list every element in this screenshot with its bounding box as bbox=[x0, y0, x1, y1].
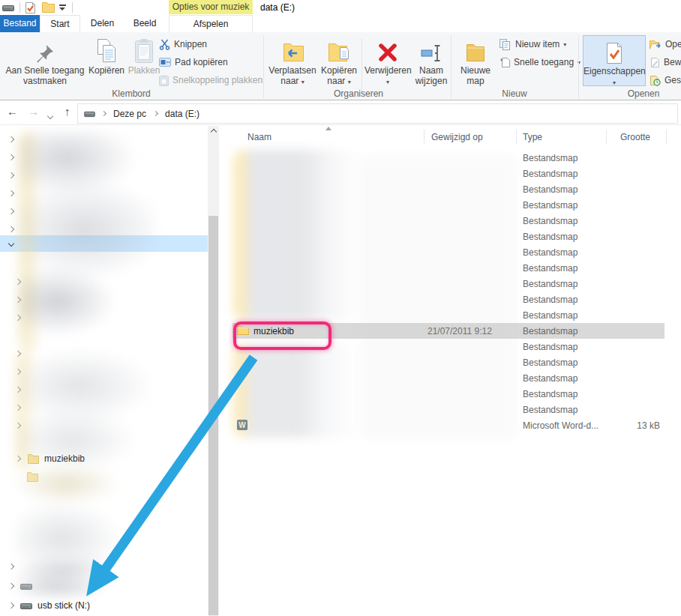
sidebar-item[interactable] bbox=[0, 418, 208, 433]
copy-to-button[interactable]: Kopiëren naar ▾ bbox=[318, 35, 360, 86]
chevron-right-icon[interactable] bbox=[8, 172, 14, 178]
sidebar-item[interactable] bbox=[0, 346, 208, 361]
move-to-icon bbox=[268, 35, 317, 64]
delete-button[interactable]: Verwijderen▾ bbox=[364, 35, 411, 86]
chevron-right-icon[interactable] bbox=[8, 154, 14, 160]
sidebar-item-muziekbib[interactable]: muziekbib bbox=[0, 451, 208, 466]
properties-button[interactable]: Eigenschappen▾ bbox=[583, 35, 646, 86]
chevron-right-icon[interactable] bbox=[8, 603, 14, 609]
sidebar-item[interactable] bbox=[0, 132, 208, 147]
sidebar-item[interactable] bbox=[0, 400, 208, 415]
chevron-right-icon[interactable] bbox=[15, 387, 21, 393]
chevron-right-icon[interactable] bbox=[8, 226, 14, 232]
file-row[interactable]: Bestandsmap bbox=[232, 244, 664, 260]
file-row[interactable]: Bestandsmap bbox=[232, 260, 664, 276]
sidebar-scrollbar-thumb[interactable] bbox=[208, 216, 218, 615]
column-header-naam[interactable]: Naam bbox=[248, 132, 272, 142]
column-header-type[interactable]: Type bbox=[523, 132, 542, 142]
tab-bestand[interactable]: Bestand bbox=[0, 15, 40, 32]
column-header-grootte[interactable]: Grootte bbox=[620, 132, 650, 142]
new-item-button[interactable]: Nieuw item ▾ bbox=[500, 37, 566, 52]
file-row[interactable]: Bestandsmap bbox=[232, 370, 664, 386]
divider bbox=[72, 2, 73, 13]
move-to-button[interactable]: Verplaatsen naar ▾ bbox=[268, 35, 317, 86]
file-row[interactable]: Bestandsmap bbox=[232, 276, 664, 292]
file-row[interactable]: Bestandsmap bbox=[232, 150, 664, 166]
sidebar-item[interactable] bbox=[0, 559, 208, 574]
file-row[interactable]: Bestandsmap bbox=[232, 402, 664, 417]
sidebar-item[interactable] bbox=[0, 382, 208, 397]
file-row[interactable]: Bestandsmap bbox=[232, 307, 664, 323]
column-header-gewijzigd-op[interactable]: Gewijzigd op bbox=[431, 132, 483, 142]
file-type: Bestandsmap bbox=[523, 295, 578, 305]
sidebar-item[interactable] bbox=[0, 168, 208, 183]
copy-path-button[interactable]: Pad kopiëren bbox=[159, 55, 228, 70]
sidebar-item[interactable] bbox=[0, 310, 208, 325]
file-row[interactable]: Bestandsmap bbox=[232, 181, 664, 197]
back-icon[interactable]: ← bbox=[7, 105, 18, 118]
chevron-right-icon[interactable] bbox=[15, 456, 21, 462]
tab-afspelen[interactable]: Afspelen bbox=[169, 15, 253, 32]
file-type: Bestandsmap bbox=[523, 326, 578, 336]
forward-icon[interactable]: → bbox=[28, 105, 39, 118]
file-row[interactable]: Bestandsmap bbox=[232, 292, 664, 307]
chevron-right-icon[interactable] bbox=[8, 583, 14, 589]
file-row[interactable]: Bestandsmap bbox=[232, 213, 664, 229]
chevron-right-icon[interactable] bbox=[15, 351, 21, 357]
chevron-right-icon[interactable] bbox=[15, 423, 21, 429]
breadcrumb-deze-pc[interactable]: Deze pc bbox=[110, 109, 149, 119]
chevron-right-icon[interactable] bbox=[15, 279, 21, 285]
divider bbox=[606, 130, 607, 144]
folder-icon[interactable] bbox=[42, 1, 55, 13]
toolbar-dropdown-icon[interactable] bbox=[59, 4, 66, 10]
file-type: Bestandsmap bbox=[523, 200, 578, 211]
address-breadcrumb[interactable]: Deze pc data (E:) bbox=[77, 103, 678, 124]
quick-access-button[interactable]: Snelle toegang ▾ bbox=[500, 55, 580, 70]
file-row[interactable]: Bestandsmap bbox=[232, 354, 664, 370]
edit-button[interactable]: Bewe bbox=[650, 55, 681, 70]
file-row[interactable]: WMicrosoft Word-d...13 kB bbox=[232, 417, 664, 433]
chevron-right-icon[interactable] bbox=[8, 190, 14, 196]
tab-beeld[interactable]: Beeld bbox=[124, 15, 165, 32]
rename-button[interactable]: Naam wijzigen bbox=[412, 35, 451, 86]
properties-check-icon[interactable] bbox=[25, 1, 36, 14]
sidebar-item-usb-stick-N-[interactable]: usb stick (N:) bbox=[0, 598, 208, 613]
sidebar-item[interactable] bbox=[0, 469, 208, 484]
file-row[interactable]: Bestandsmap bbox=[232, 229, 664, 244]
chevron-right-icon[interactable] bbox=[15, 369, 21, 375]
recent-locations-chevron-icon[interactable] bbox=[48, 110, 52, 121]
up-icon[interactable]: ↑ bbox=[64, 105, 70, 118]
sidebar-item[interactable] bbox=[0, 364, 208, 379]
chevron-right-icon[interactable] bbox=[8, 564, 14, 570]
file-row[interactable]: Bestandsmap bbox=[232, 197, 664, 213]
chevron-right-icon[interactable] bbox=[8, 136, 14, 142]
chevron-right-icon[interactable] bbox=[8, 208, 14, 214]
sidebar-item[interactable] bbox=[0, 274, 208, 289]
scrollbar-up-icon[interactable] bbox=[208, 126, 219, 138]
sidebar-item[interactable] bbox=[0, 204, 208, 219]
sidebar-item[interactable] bbox=[0, 235, 208, 252]
new-folder-button[interactable]: Nieuwe map bbox=[458, 35, 494, 86]
sidebar-item[interactable] bbox=[0, 186, 208, 201]
paste-button[interactable]: Plakken bbox=[127, 35, 161, 86]
sidebar-item[interactable] bbox=[0, 579, 208, 594]
pin-to-quick-access-button[interactable]: Aan Snelle toegang vastmaken bbox=[3, 35, 87, 86]
sidebar-item[interactable] bbox=[0, 222, 208, 237]
copy-button[interactable]: Kopiëren bbox=[88, 35, 125, 86]
cut-button[interactable]: Knippen bbox=[159, 37, 207, 52]
breadcrumb-data-e[interactable]: data (E:) bbox=[162, 109, 202, 119]
chevron-right-icon[interactable] bbox=[15, 297, 21, 303]
file-row[interactable]: Bestandsmap bbox=[232, 386, 664, 402]
chevron-down-icon[interactable] bbox=[8, 241, 14, 247]
sidebar-item[interactable] bbox=[0, 292, 208, 307]
tab-start[interactable]: Start bbox=[40, 15, 80, 32]
paste-shortcut-button[interactable]: Snelkoppeling plakken bbox=[159, 73, 262, 88]
open-button[interactable]: Open bbox=[650, 37, 681, 52]
tab-delen[interactable]: Delen bbox=[82, 15, 122, 32]
history-button[interactable]: Gesc bbox=[650, 73, 681, 86]
chevron-right-icon[interactable] bbox=[15, 315, 21, 321]
file-row[interactable]: Bestandsmap bbox=[232, 166, 664, 181]
chevron-right-icon[interactable] bbox=[15, 405, 21, 411]
sidebar-item[interactable] bbox=[0, 150, 208, 165]
folder-icon bbox=[28, 453, 39, 464]
